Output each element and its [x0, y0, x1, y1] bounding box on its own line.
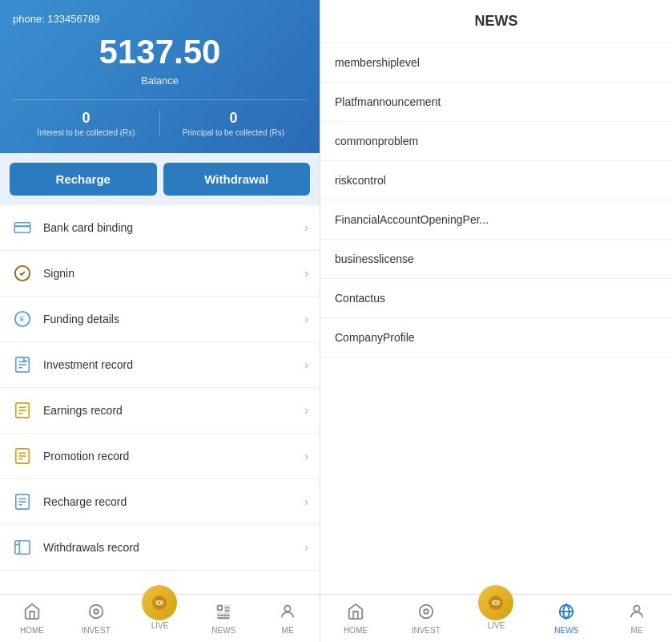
signin-icon — [11, 262, 34, 285]
menu-label-earnings: Earnings record — [43, 404, 304, 417]
nav-label-home-left: HOME — [20, 626, 44, 635]
nav-label-news-right: NEWS — [554, 626, 578, 635]
recharge-button[interactable]: Recharge — [10, 163, 157, 196]
news-item-4[interactable]: FinancialAccountOpeningPer... — [320, 200, 672, 240]
withdrawals-icon — [11, 536, 34, 559]
menu-item-signin[interactable]: Signin › — [0, 251, 320, 297]
live-button-right[interactable] — [478, 585, 513, 620]
home-icon-right — [347, 603, 364, 624]
earnings-icon — [11, 399, 34, 422]
svg-rect-21 — [15, 541, 30, 555]
invest-icon-left — [87, 603, 105, 624]
right-panel: NEWS membershiplevelPlatfmannouncementco… — [320, 0, 672, 594]
promotion-icon — [11, 445, 34, 467]
nav-label-live-left: LIVE — [151, 621, 169, 630]
interest-desc: Interest to be collected (Rs) — [13, 128, 159, 137]
nav-label-me-right: ME — [631, 626, 643, 635]
nav-me-right[interactable]: ME — [602, 595, 672, 642]
bank-card-icon — [11, 216, 34, 239]
chevron-icon-funding: › — [304, 313, 308, 325]
balance-amount: 5137.50 — [13, 33, 307, 71]
nav-label-me-left: ME — [282, 626, 294, 635]
nav-label-invest-right: INVEST — [412, 626, 441, 635]
news-icon-left — [215, 603, 232, 624]
funding-icon: ¥ — [11, 308, 34, 330]
news-item-3[interactable]: riskcontrol — [320, 161, 672, 200]
menu-item-withdrawals[interactable]: Withdrawals record › — [0, 525, 320, 571]
news-icon-right — [557, 603, 575, 624]
menu-label-recharge: Recharge record — [43, 495, 304, 508]
phone-label: phone: 133456789 — [13, 13, 307, 25]
svg-point-28 — [284, 605, 290, 611]
nav-home-right[interactable]: HOME — [320, 595, 391, 642]
news-title: NEWS — [320, 0, 672, 43]
news-item-6[interactable]: Contactus — [320, 279, 672, 318]
news-item-2[interactable]: commonproblem — [320, 122, 672, 161]
menu-label-signin: Signin — [43, 267, 304, 280]
live-icon-right — [487, 594, 505, 612]
nav-home-left[interactable]: HOME — [0, 595, 64, 642]
nav-label-news-left: NEWS — [211, 626, 235, 635]
news-item-0[interactable]: membershiplevel — [320, 43, 672, 83]
nav-me-left[interactable]: ME — [256, 595, 320, 642]
svg-rect-27 — [218, 605, 223, 610]
menu-label-promotion: Promotion record — [43, 450, 304, 462]
nav-label-invest-left: INVEST — [82, 626, 111, 635]
nav-label-live-right: LIVE — [488, 621, 505, 630]
me-icon-left — [279, 603, 296, 624]
chevron-icon-promotion: › — [304, 450, 308, 462]
news-item-1[interactable]: Platfmannouncement — [320, 83, 672, 122]
news-list: membershiplevelPlatfmannouncementcommonp… — [320, 43, 672, 357]
chevron-icon-bank-card: › — [304, 221, 308, 234]
left-bottom-nav: HOME INVEST LIVE NE — [0, 595, 320, 642]
nav-label-home-right: HOME — [344, 626, 368, 635]
chevron-icon-earnings: › — [304, 404, 308, 417]
nav-invest-right[interactable]: INVEST — [391, 595, 461, 642]
investment-icon — [11, 353, 34, 376]
interest-stat: 0 Interest to be collected (Rs) — [13, 110, 160, 137]
svg-point-26 — [159, 601, 162, 604]
bottom-nav: HOME INVEST LIVE NE — [0, 594, 672, 642]
menu-item-recharge[interactable]: Recharge record › — [0, 479, 320, 525]
menu-item-investment[interactable]: Investment record › — [0, 342, 320, 388]
svg-point-23 — [94, 609, 99, 614]
chevron-icon-recharge: › — [304, 495, 308, 508]
svg-point-22 — [89, 604, 103, 618]
nav-live-right[interactable]: LIVE — [461, 595, 532, 642]
header-card: phone: 133456789 5137.50 Balance 0 Inter… — [0, 0, 320, 153]
nav-news-left[interactable]: NEWS — [191, 595, 256, 642]
svg-point-33 — [495, 601, 498, 604]
nav-live-left[interactable]: LIVE — [128, 595, 192, 642]
left-panel: phone: 133456789 5137.50 Balance 0 Inter… — [0, 0, 320, 594]
interest-value: 0 — [13, 110, 159, 127]
menu-item-earnings[interactable]: Earnings record › — [0, 388, 320, 434]
menu-label-investment: Investment record — [43, 358, 304, 371]
action-buttons: Recharge Withdrawal — [0, 153, 320, 205]
svg-rect-0 — [14, 223, 30, 232]
invest-icon-right — [417, 603, 435, 624]
chevron-icon-signin: › — [304, 267, 308, 280]
me-icon-right — [628, 603, 646, 624]
balance-label: Balance — [13, 75, 307, 87]
menu-item-funding[interactable]: ¥ Funding details › — [0, 297, 320, 342]
svg-text:¥: ¥ — [18, 315, 24, 324]
menu-item-promotion[interactable]: Promotion record › — [0, 434, 320, 479]
chevron-icon-investment: › — [304, 358, 308, 371]
news-item-7[interactable]: CompanyProfile — [320, 318, 672, 357]
svg-point-30 — [424, 609, 429, 614]
svg-point-36 — [634, 605, 639, 611]
live-button-left[interactable] — [142, 585, 177, 620]
news-item-5[interactable]: businesslicense — [320, 240, 672, 279]
nav-invest-left[interactable]: INVEST — [64, 595, 128, 642]
menu-list: Bank card binding › Signin › ¥ Funding d… — [0, 205, 320, 594]
home-icon-left — [23, 603, 41, 624]
principal-value: 0 — [160, 110, 307, 127]
nav-news-right[interactable]: NEWS — [531, 595, 602, 642]
live-icon-left — [151, 594, 168, 612]
svg-point-29 — [419, 604, 433, 618]
menu-item-bank-card[interactable]: Bank card binding › — [0, 205, 320, 251]
right-bottom-nav: HOME INVEST LIVE NE — [320, 595, 672, 642]
withdrawal-button[interactable]: Withdrawal — [163, 163, 311, 196]
recharge-icon — [11, 491, 34, 513]
principal-stat: 0 Principal to be collected (Rs) — [160, 110, 307, 137]
